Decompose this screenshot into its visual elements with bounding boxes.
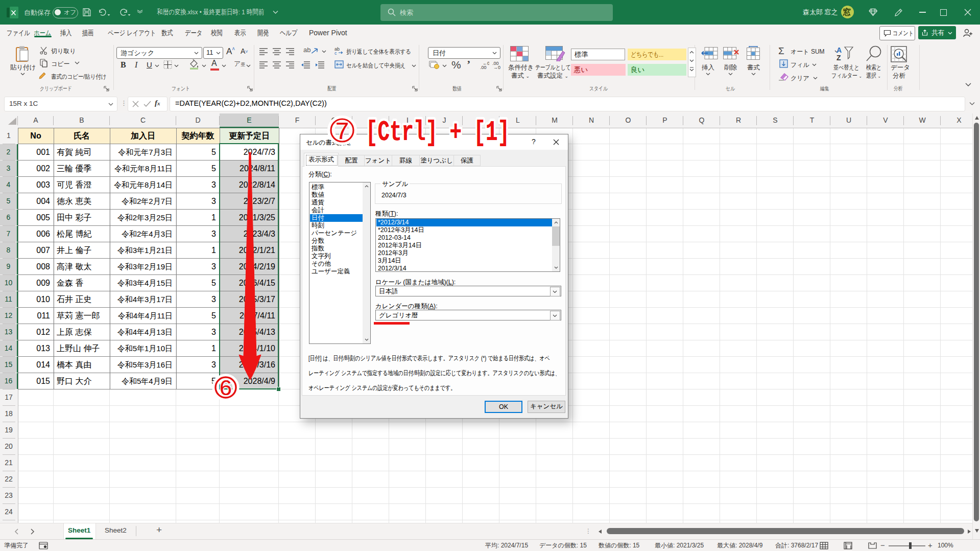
svg-text:c: c: [334, 51, 337, 55]
svg-text:Z: Z: [836, 54, 841, 61]
svg-text:.00: .00: [480, 65, 487, 70]
svg-text:→0: →0: [493, 65, 500, 70]
svg-text:A: A: [836, 46, 842, 54]
